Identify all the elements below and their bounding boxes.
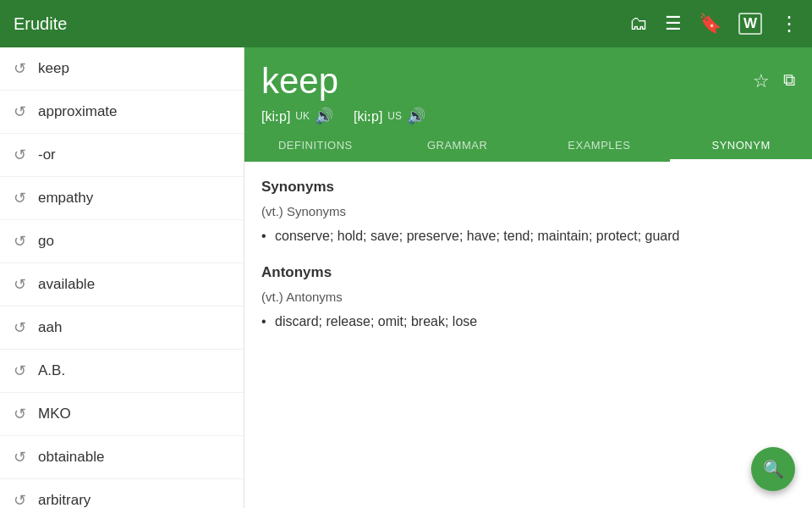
- top-bar: Erudite 🗂 ☰ 🔖 W ⋮: [0, 0, 812, 47]
- ipa-uk: [kiːp]: [261, 108, 290, 124]
- sidebar-word: -or: [38, 146, 56, 163]
- sidebar-item-or[interactable]: ↺ -or: [0, 134, 244, 177]
- sidebar-item-ab[interactable]: ↺ A.B.: [0, 350, 244, 393]
- history-icon: ↺: [14, 318, 26, 337]
- antonyms-heading: Antonyms: [261, 264, 795, 281]
- word-header: keep ☆ ⧉ [kiːp] UK 🔊 [kiːp] US 🔊: [244, 47, 812, 129]
- sidebar-word: keep: [38, 60, 69, 77]
- bookmark-icon[interactable]: 🔖: [699, 13, 721, 35]
- pronunciation-uk: [kiːp] UK 🔊: [261, 107, 333, 125]
- more-options-icon[interactable]: ⋮: [779, 12, 798, 36]
- word-title-row: keep ☆ ⧉: [261, 61, 795, 102]
- tab-grammar[interactable]: GRAMMAR: [387, 129, 529, 162]
- sidebar-item-go[interactable]: ↺ go: [0, 220, 244, 263]
- synonym-item: conserve; hold; save; preserve; have; te…: [261, 225, 795, 247]
- history-icon: ↺: [14, 275, 26, 294]
- menu-icon[interactable]: ☰: [665, 13, 682, 35]
- word-title: keep: [261, 61, 338, 102]
- sidebar-item-obtainable[interactable]: ↺ obtainable: [0, 436, 244, 479]
- sidebar: ↺ keep ↺ approximate ↺ -or ↺ empathy ↺ g…: [0, 47, 244, 508]
- action-icons: ☆ ⧉: [753, 70, 795, 92]
- history-icon: ↺: [14, 102, 26, 121]
- top-bar-icons: 🗂 ☰ 🔖 W ⋮: [629, 12, 798, 36]
- copy-icon[interactable]: ⧉: [783, 70, 795, 92]
- sidebar-word: go: [38, 233, 54, 250]
- tab-synonym[interactable]: SYNONYM: [670, 129, 812, 162]
- history-icon: ↺: [14, 491, 26, 508]
- main-layout: ↺ keep ↺ approximate ↺ -or ↺ empathy ↺ g…: [0, 47, 812, 508]
- star-icon[interactable]: ☆: [753, 70, 770, 92]
- sidebar-word: MKO: [38, 406, 71, 422]
- sidebar-word: available: [38, 276, 95, 293]
- synonym-content: Synonyms (vt.) Synonyms conserve; hold; …: [244, 162, 812, 508]
- antonyms-vt-label: (vt.) Antonyms: [261, 290, 795, 304]
- antonym-item: discard; release; omit; break; lose: [261, 311, 795, 333]
- history-icon: ↺: [14, 362, 26, 380]
- sidebar-item-empathy[interactable]: ↺ empathy: [0, 177, 244, 220]
- sidebar-word: aah: [38, 319, 62, 336]
- antonyms-list: discard; release; omit; break; lose: [261, 311, 795, 333]
- history-icon: ↺: [14, 189, 26, 207]
- pronunciation-us: [kiːp] US 🔊: [354, 107, 425, 125]
- region-us: US: [387, 110, 402, 122]
- content-panel: keep ☆ ⧉ [kiːp] UK 🔊 [kiːp] US 🔊: [244, 47, 812, 508]
- sidebar-word: approximate: [38, 103, 118, 120]
- flashcard-icon[interactable]: 🗂: [629, 13, 648, 35]
- synonyms-list: conserve; hold; save; preserve; have; te…: [261, 225, 795, 247]
- pronunciations: [kiːp] UK 🔊 [kiːp] US 🔊: [261, 107, 795, 125]
- sidebar-item-aah[interactable]: ↺ aah: [0, 306, 244, 350]
- tab-examples[interactable]: EXAMPLES: [529, 129, 671, 162]
- word-icon[interactable]: W: [738, 13, 762, 35]
- sidebar-word: empathy: [38, 190, 93, 207]
- synonyms-heading: Synonyms: [261, 179, 795, 196]
- search-fab-icon: 🔍: [763, 459, 784, 479]
- sidebar-word: A.B.: [38, 362, 65, 379]
- search-fab[interactable]: 🔍: [751, 447, 795, 491]
- history-icon: ↺: [14, 232, 26, 251]
- history-icon: ↺: [14, 405, 26, 423]
- history-icon: ↺: [14, 146, 26, 164]
- app-title: Erudite: [14, 14, 629, 34]
- speaker-us-icon[interactable]: 🔊: [407, 107, 425, 125]
- synonyms-vt-label: (vt.) Synonyms: [261, 204, 795, 218]
- tabs-bar: DEFINITIONS GRAMMAR EXAMPLES SYNONYM: [244, 129, 812, 162]
- ipa-us: [kiːp]: [354, 108, 382, 124]
- sidebar-word: obtainable: [38, 449, 104, 466]
- speaker-uk-icon[interactable]: 🔊: [315, 107, 333, 125]
- region-uk: UK: [295, 110, 310, 122]
- history-icon: ↺: [14, 59, 26, 78]
- synonyms-section: Synonyms (vt.) Synonyms conserve; hold; …: [261, 179, 795, 247]
- sidebar-item-mko[interactable]: ↺ MKO: [0, 393, 244, 436]
- history-icon: ↺: [14, 448, 26, 467]
- sidebar-item-arbitrary[interactable]: ↺ arbitrary: [0, 479, 244, 508]
- antonyms-section: Antonyms (vt.) Antonyms discard; release…: [261, 264, 795, 333]
- sidebar-word: arbitrary: [38, 492, 91, 508]
- sidebar-item-approximate[interactable]: ↺ approximate: [0, 91, 244, 134]
- tab-definitions[interactable]: DEFINITIONS: [244, 129, 387, 162]
- sidebar-item-keep[interactable]: ↺ keep: [0, 47, 244, 91]
- sidebar-item-available[interactable]: ↺ available: [0, 263, 244, 306]
